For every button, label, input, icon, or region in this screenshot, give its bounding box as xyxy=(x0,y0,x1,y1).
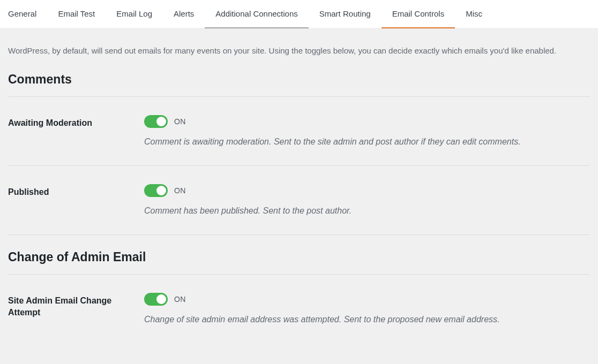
toggle-knob xyxy=(156,294,166,304)
setting-control: ON Change of site admin email address wa… xyxy=(144,293,590,326)
toggle-row: ON xyxy=(144,115,590,128)
tab-email-test[interactable]: Email Test xyxy=(47,0,106,28)
setting-control: ON Comment has been published. Sent to t… xyxy=(144,184,590,217)
toggle-status: ON xyxy=(174,295,186,304)
section-title-comments: Comments xyxy=(8,72,590,87)
setting-desc: Comment has been published. Sent to the … xyxy=(144,204,590,217)
toggle-knob xyxy=(156,186,166,195)
setting-row-admin-email-change: Site Admin Email Change Attempt ON Chang… xyxy=(8,275,590,343)
toggle-status: ON xyxy=(174,186,186,195)
tab-alerts[interactable]: Alerts xyxy=(163,0,205,28)
toggle-knob xyxy=(156,117,166,126)
tab-general[interactable]: General xyxy=(0,0,47,28)
section-title-admin-email: Change of Admin Email xyxy=(8,250,590,264)
tab-email-log[interactable]: Email Log xyxy=(106,0,163,28)
setting-label: Published xyxy=(8,184,144,198)
setting-control: ON Comment is awaiting moderation. Sent … xyxy=(144,115,590,148)
toggle-awaiting-moderation[interactable] xyxy=(144,115,168,128)
tab-additional-connections[interactable]: Additional Connections xyxy=(205,0,308,28)
divider xyxy=(8,234,590,235)
toggle-row: ON xyxy=(144,184,590,197)
tabs-nav: General Email Test Email Log Alerts Addi… xyxy=(0,0,598,29)
tab-smart-routing[interactable]: Smart Routing xyxy=(309,0,382,28)
setting-row-published: Published ON Comment has been published.… xyxy=(8,166,590,234)
intro-text: WordPress, by default, will send out ema… xyxy=(8,45,590,57)
setting-row-awaiting-moderation: Awaiting Moderation ON Comment is awaiti… xyxy=(8,97,590,165)
setting-label: Awaiting Moderation xyxy=(8,115,144,129)
setting-desc: Comment is awaiting moderation. Sent to … xyxy=(144,135,590,148)
toggle-published[interactable] xyxy=(144,184,168,197)
toggle-admin-email-change[interactable] xyxy=(144,293,168,306)
setting-desc: Change of site admin email address was a… xyxy=(144,313,590,326)
tab-email-controls[interactable]: Email Controls xyxy=(382,0,455,28)
tab-misc[interactable]: Misc xyxy=(455,0,493,28)
setting-label: Site Admin Email Change Attempt xyxy=(8,293,144,319)
toggle-status: ON xyxy=(174,117,186,126)
content-area: WordPress, by default, will send out ema… xyxy=(0,29,598,343)
toggle-row: ON xyxy=(144,293,590,306)
